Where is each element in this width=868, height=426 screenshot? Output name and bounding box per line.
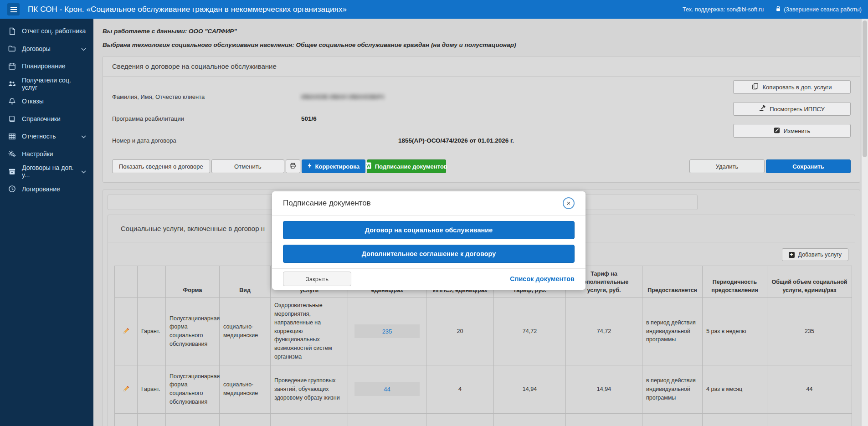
folder-icon [8, 45, 16, 53]
sidebar-item-report[interactable]: Отчет соц. работника [0, 22, 93, 40]
cell-form: Полустационарная форма социального обслу… [166, 413, 220, 426]
cell-kind: социально-медицинские [220, 298, 271, 365]
hamburger-menu-icon[interactable] [7, 3, 20, 15]
sidebar-item-label: Настройки [22, 150, 53, 158]
sidebar-item-contracts[interactable]: Договоры [0, 40, 93, 58]
add-service-button[interactable]: + Добавить услугу [782, 248, 848, 261]
copy-icon [752, 83, 759, 91]
contract-number-value: 1855(АР)-ОСО/474/2026 от 01.01.2026 г. [301, 137, 611, 144]
sidebar-item-label: Договоры на доп. у... [22, 164, 75, 179]
col-periodicity: Периодичность предоставления [703, 266, 767, 298]
sidebar-item-directories[interactable]: Справочники [0, 110, 93, 128]
cell-service-name: Проведение групповых занятий, обучающих … [271, 365, 348, 413]
cell-periodicity: 4 раз в месяц [703, 413, 767, 426]
save-button[interactable]: Сохранить [766, 159, 851, 173]
sidebar-item-dop-contracts[interactable]: Договоры на доп. у... [0, 163, 93, 180]
technology-line: Выбрана технология социального обслужива… [103, 41, 860, 48]
bell-icon [8, 97, 16, 105]
edit-pencil-icon [774, 127, 780, 135]
chevron-down-icon [81, 45, 86, 52]
cell-periodicity: 4 раз в месяц [703, 365, 767, 413]
modal-close-button[interactable]: Закрыть [283, 272, 351, 286]
table-row: Гарант. Полустационарная форма социально… [115, 298, 852, 365]
printer-icon [289, 162, 296, 170]
cell-total: 235 [767, 298, 852, 365]
cell-provided: в период действия индивидуальной програм… [642, 298, 703, 365]
vertical-scrollbar[interactable] [862, 19, 868, 426]
users-icon [8, 80, 16, 88]
copy-to-dop-services-button[interactable]: Копировать в доп. услуги [733, 80, 851, 94]
cell-tariff: 14,94 [494, 365, 566, 413]
col-guarantee [138, 266, 166, 298]
lock-icon [776, 5, 781, 13]
sidebar-item-label: Отчетность [22, 133, 56, 140]
file-icon [8, 27, 16, 35]
working-data-line: Вы работаете с данными: ООО "САПФИР" [103, 28, 860, 35]
volume-input[interactable]: 44 [354, 382, 420, 396]
close-icon[interactable]: × [563, 197, 575, 209]
add-service-label: Добавить услугу [798, 251, 842, 258]
sidebar: Отчет соц. работника Договоры Планирован… [0, 19, 93, 426]
cell-total: 44 [767, 365, 852, 413]
sidebar-item-reporting[interactable]: Отчетность [0, 128, 93, 145]
cell-tariff: 74,72 [494, 298, 566, 365]
cell-service-name: Оздоровительные мероприятия, направленны… [271, 298, 348, 365]
sidebar-item-refusals[interactable]: Отказы [0, 92, 93, 110]
contract-number-label: Номер и дата договора [112, 137, 301, 144]
document-list-link[interactable]: Список документов [510, 275, 575, 282]
fio-value-redacted: ИВАНОВ ИВАН ИВАНОВИЧ [301, 93, 384, 100]
chevron-down-icon [81, 168, 86, 175]
save-label: Сохранить [792, 163, 824, 170]
show-contract-details-button[interactable]: Показать сведения о договоре [112, 159, 210, 173]
cell-provided: в период действия индивидуальной програм… [642, 365, 703, 413]
cell-ippsu: 4 [426, 413, 494, 426]
view-ippsu-button[interactable]: Посмотреть ИППСУ [733, 102, 851, 116]
cell-ippsu: 4 [426, 365, 494, 413]
additional-agreement-button[interactable]: Дополнительное соглашение к договору [283, 245, 575, 263]
edit-button[interactable]: Изменить [733, 124, 851, 138]
sidebar-item-recipients[interactable]: Получатели соц. услуг [0, 75, 93, 93]
cell-tariff: 102,96 [494, 413, 566, 426]
scrollbar-thumb[interactable] [863, 21, 867, 157]
support-email[interactable]: Тех. поддержка: son@bi-soft.ru [683, 6, 764, 13]
correction-button[interactable]: Корректировка [302, 159, 365, 173]
sidebar-item-label: Получатели соц. услуг [22, 77, 86, 91]
top-header: ПК СОН - Крон. «Социальное обслуживание … [0, 0, 868, 19]
signing-documents-label: Подписание документов [375, 163, 447, 170]
sidebar-item-settings[interactable]: Настройки [0, 145, 93, 163]
table-icon [8, 132, 16, 140]
view-ippsu-label: Посмотреть ИППСУ [770, 106, 825, 113]
gears-icon [8, 150, 16, 158]
sidebar-item-label: Отчет соц. работника [22, 27, 86, 35]
calendar-icon [8, 62, 16, 70]
col-form: Форма [166, 266, 220, 298]
cell-tariff-dop: 14,94 [566, 365, 642, 413]
gavel-icon [759, 105, 766, 113]
edit-label: Изменить [784, 128, 811, 134]
contract-signing-button[interactable]: Договор на социальное обслуживание [283, 221, 575, 239]
print-button[interactable] [286, 159, 300, 173]
contract-panel: Сведения о договоре на социальное обслуж… [103, 56, 860, 183]
show-contract-details-label: Показать сведения о договоре [119, 163, 203, 170]
sidebar-item-planning[interactable]: Планирование [0, 57, 93, 75]
signing-documents-button[interactable]: Подписание документов [367, 159, 446, 173]
cell-service-name: Проведение индивидуальных занятий, обуча… [271, 413, 348, 426]
edit-row-pencil-icon[interactable] [118, 385, 134, 394]
logout-button[interactable]: (Завершение сеанса работы) [776, 5, 862, 13]
table-row: Гарант. Полустационарная форма социально… [115, 413, 852, 426]
sidebar-item-label: Отказы [22, 98, 44, 105]
archive-icon [8, 167, 16, 175]
sidebar-item-logging[interactable]: Логирование [0, 180, 93, 198]
cancel-button[interactable]: Отменить [211, 159, 284, 173]
col-provided: Предоставляется [642, 266, 703, 298]
edit-row-pencil-icon[interactable] [118, 327, 134, 336]
copy-to-dop-services-label: Копировать в доп. услуги [762, 84, 832, 91]
signing-documents-modal: Подписание документов × Договор на социа… [272, 191, 586, 290]
sidebar-item-label: Логирование [22, 185, 60, 193]
delete-label: Удалить [716, 163, 739, 170]
chevron-down-icon [81, 133, 86, 140]
modal-title: Подписание документов [283, 199, 371, 208]
delete-button[interactable]: Удалить [689, 159, 765, 173]
col-edit [115, 266, 138, 298]
volume-input[interactable]: 235 [354, 324, 420, 338]
